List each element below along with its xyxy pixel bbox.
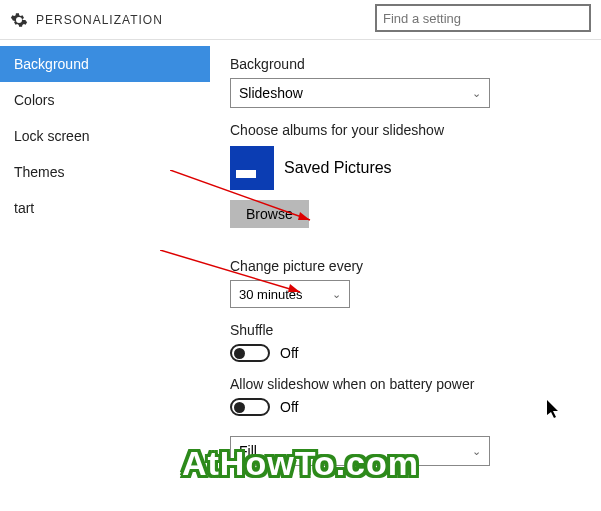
chevron-down-icon: ⌄ (472, 87, 481, 100)
shuffle-toggle[interactable] (230, 344, 270, 362)
sidebar-item-background[interactable]: Background (0, 46, 210, 82)
annotation-arrow (160, 250, 310, 300)
annotation-arrow (170, 170, 320, 230)
svg-marker-1 (298, 212, 310, 220)
shuffle-label: Shuffle (230, 322, 593, 338)
svg-marker-3 (288, 284, 300, 292)
background-dropdown[interactable]: Slideshow ⌄ (230, 78, 490, 108)
sidebar-item-lockscreen[interactable]: Lock screen (0, 118, 210, 154)
choose-albums-label: Choose albums for your slideshow (230, 122, 593, 138)
battery-value: Off (280, 399, 298, 415)
background-dropdown-value: Slideshow (239, 85, 303, 101)
svg-line-0 (170, 170, 310, 220)
fit-value: Fill (239, 443, 257, 459)
sidebar-item-colors[interactable]: Colors (0, 82, 210, 118)
gear-icon (10, 11, 28, 29)
shuffle-value: Off (280, 345, 298, 361)
chevron-down-icon: ⌄ (332, 288, 341, 301)
fit-dropdown[interactable]: Fill ⌄ (230, 436, 490, 466)
battery-toggle[interactable] (230, 398, 270, 416)
window-title: PERSONALIZATION (36, 13, 163, 27)
search-input[interactable] (375, 4, 591, 32)
settings-window: PERSONALIZATION ─ ☐ ✕ Background Colors … (0, 0, 601, 511)
background-label: Background (230, 56, 593, 72)
chevron-down-icon: ⌄ (472, 445, 481, 458)
battery-label: Allow slideshow when on battery power (230, 376, 593, 392)
cursor-icon (547, 400, 563, 424)
svg-line-2 (160, 250, 300, 292)
